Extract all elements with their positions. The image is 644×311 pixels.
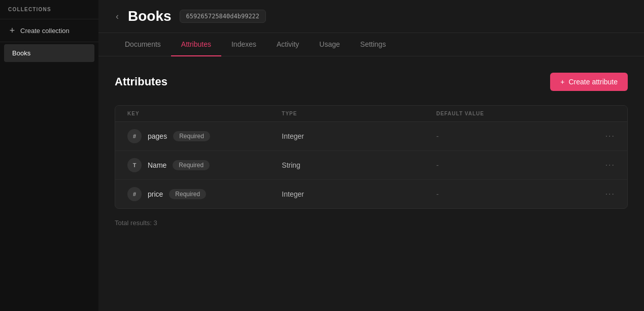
collection-id-badge: 659265725840d4b99222 xyxy=(180,10,266,23)
row-menu-button[interactable]: ··· xyxy=(591,132,615,141)
col-key: KEY xyxy=(127,111,282,116)
sidebar-items: Books xyxy=(0,42,98,64)
create-attribute-label: Create attribute xyxy=(569,78,618,86)
page-title: Books xyxy=(128,8,172,24)
tab-documents[interactable]: Documents xyxy=(115,33,171,56)
tab-settings[interactable]: Settings xyxy=(350,33,396,56)
table-body: # pages Required Integer - ··· T Name Re… xyxy=(115,122,627,208)
attributes-content: Attributes + Create attribute KEY TYPE D… xyxy=(98,56,644,311)
row-menu-button[interactable]: ··· xyxy=(591,190,615,199)
key-name: price xyxy=(148,190,163,198)
create-attr-plus-icon: + xyxy=(560,78,564,86)
table-row: T Name Required String - ··· xyxy=(115,151,627,180)
tabs-nav: Documents Attributes Indexes Activity Us… xyxy=(98,33,644,56)
collections-label: COLLECTIONS xyxy=(8,7,51,12)
back-icon: ‹ xyxy=(116,11,119,21)
type-value: Integer xyxy=(282,190,436,198)
tab-usage[interactable]: Usage xyxy=(309,33,350,56)
tab-indexes[interactable]: Indexes xyxy=(221,33,266,56)
key-cell: # pages Required xyxy=(127,129,282,143)
default-value: - xyxy=(436,190,591,198)
type-value: String xyxy=(282,161,436,169)
total-results-label: Total results: xyxy=(115,219,152,227)
sidebar-item-books[interactable]: Books xyxy=(4,44,94,62)
table-row: # price Required Integer - ··· xyxy=(115,180,627,208)
type-icon: # xyxy=(127,187,142,201)
back-button[interactable]: ‹ xyxy=(115,11,120,22)
key-cell: T Name Required xyxy=(127,158,282,172)
topbar: ‹ Books 659265725840d4b99222 xyxy=(98,0,644,33)
key-name: pages xyxy=(148,132,167,140)
default-value: - xyxy=(436,161,591,169)
total-results: Total results: 3 xyxy=(115,219,628,227)
total-results-count: 3 xyxy=(154,219,157,227)
create-collection-button[interactable]: + Create collection xyxy=(0,19,98,42)
key-name: Name xyxy=(148,161,166,169)
sidebar: COLLECTIONS + Create collection Books xyxy=(0,0,98,311)
default-value: - xyxy=(436,132,591,140)
attributes-table: KEY TYPE DEFAULT VALUE # pages Required … xyxy=(115,105,628,209)
required-badge: Required xyxy=(173,160,210,170)
create-attribute-button[interactable]: + Create attribute xyxy=(550,73,628,91)
main-content: ‹ Books 659265725840d4b99222 Documents A… xyxy=(98,0,644,311)
col-type: TYPE xyxy=(282,111,436,116)
col-actions xyxy=(591,111,615,116)
type-value: Integer xyxy=(282,132,436,140)
sidebar-header: COLLECTIONS xyxy=(0,0,98,19)
type-icon: T xyxy=(127,158,142,172)
table-row: # pages Required Integer - ··· xyxy=(115,122,627,151)
content-header: Attributes + Create attribute xyxy=(115,73,628,91)
key-cell: # price Required xyxy=(127,187,282,201)
tab-attributes[interactable]: Attributes xyxy=(171,33,221,56)
type-icon: # xyxy=(127,129,142,143)
table-header: KEY TYPE DEFAULT VALUE xyxy=(115,106,627,122)
tab-activity[interactable]: Activity xyxy=(266,33,309,56)
col-default: DEFAULT VALUE xyxy=(436,111,591,116)
required-badge: Required xyxy=(169,189,206,199)
row-menu-button[interactable]: ··· xyxy=(591,161,615,170)
plus-icon: + xyxy=(8,26,16,35)
required-badge: Required xyxy=(173,131,210,141)
attributes-title: Attributes xyxy=(115,75,167,88)
create-collection-label: Create collection xyxy=(20,27,70,35)
